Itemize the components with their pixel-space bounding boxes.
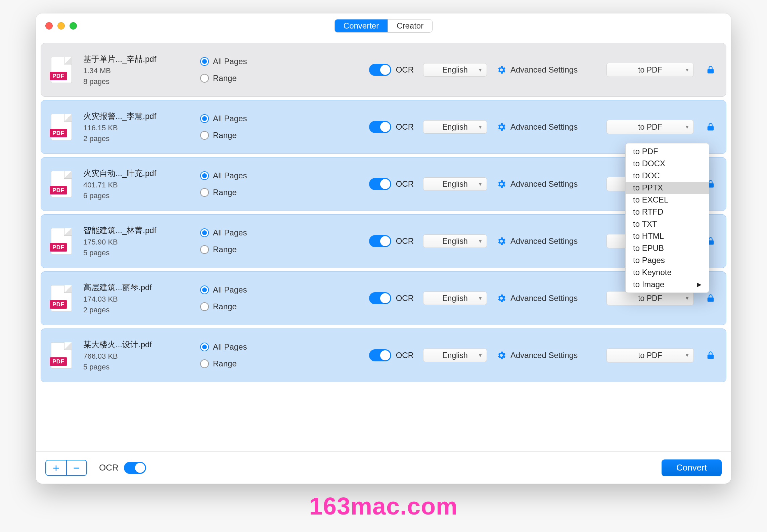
gear-icon (496, 122, 506, 132)
output-format-select[interactable]: to PDF ▼ (606, 63, 694, 77)
zoom-window-button[interactable] (70, 22, 77, 30)
ocr-toggle[interactable] (369, 292, 391, 304)
format-menu-item-label: to RTFD (633, 207, 663, 217)
format-menu-item[interactable]: to Pages (626, 254, 709, 266)
radio-all-pages[interactable]: All Pages (200, 57, 277, 66)
radio-range-label: Range (213, 302, 237, 311)
window-controls (45, 22, 77, 30)
gear-icon (496, 236, 506, 246)
lock-icon[interactable] (703, 293, 718, 303)
remove-file-button[interactable]: − (66, 460, 86, 475)
ocr-toggle[interactable] (369, 178, 391, 190)
app-window: Converter Creator PDF 基于单片..._辛喆.pdf 1.3… (36, 13, 731, 484)
advanced-settings-label: Advanced Settings (510, 236, 578, 246)
ocr-toggle[interactable] (369, 349, 391, 361)
ocr-group: OCR (363, 121, 414, 133)
format-menu-item-label: to PPTX (633, 183, 663, 192)
radio-all-pages[interactable]: All Pages (200, 228, 277, 237)
file-row[interactable]: PDF 高层建筑...丽琴.pdf 174.03 KB 2 pages All … (41, 271, 726, 325)
radio-range-label: Range (213, 74, 237, 83)
radio-all-pages[interactable]: All Pages (200, 342, 277, 352)
radio-all-pages[interactable]: All Pages (200, 114, 277, 123)
ocr-toggle[interactable] (369, 64, 391, 76)
chevron-down-icon: ▼ (478, 353, 483, 358)
chevron-down-icon: ▼ (478, 124, 483, 130)
close-window-button[interactable] (45, 22, 53, 30)
language-select[interactable]: English ▼ (423, 234, 487, 248)
footer-ocr-label: OCR (99, 462, 119, 473)
file-size: 175.90 KB (83, 238, 191, 247)
format-menu-item[interactable]: to EPUB (626, 242, 709, 254)
output-format-select[interactable]: to PDF ▼ (606, 291, 694, 305)
page-range-options: All Pages Range (200, 171, 277, 197)
file-row[interactable]: PDF 火灾报警..._李慧.pdf 116.15 KB 2 pages All… (41, 100, 726, 154)
radio-all-pages[interactable]: All Pages (200, 171, 277, 180)
language-select[interactable]: English ▼ (423, 349, 487, 362)
lock-icon[interactable] (703, 65, 718, 75)
output-format-value: to PDF (638, 123, 662, 132)
lock-icon[interactable] (703, 350, 718, 360)
format-menu-item[interactable]: to RTFD (626, 206, 709, 218)
ocr-toggle[interactable] (369, 235, 391, 247)
format-menu-item[interactable]: to DOC (626, 170, 709, 182)
language-select-value: English (442, 294, 467, 303)
radio-range[interactable]: Range (200, 74, 277, 83)
page-range-options: All Pages Range (200, 114, 277, 140)
advanced-settings-label: Advanced Settings (510, 351, 578, 360)
radio-range[interactable]: Range (200, 245, 277, 254)
file-meta: 高层建筑...丽琴.pdf 174.03 KB 2 pages (83, 282, 191, 314)
language-select[interactable]: English ▼ (423, 63, 487, 77)
advanced-settings[interactable]: Advanced Settings (496, 65, 597, 75)
lock-icon[interactable] (703, 122, 718, 132)
file-type-icon: PDF (49, 57, 74, 83)
add-file-button[interactable]: + (46, 460, 66, 475)
file-row[interactable]: PDF 火灾自动..._叶充.pdf 401.71 KB 6 pages All… (41, 157, 726, 211)
tab-converter[interactable]: Converter (335, 19, 388, 32)
language-select[interactable]: English ▼ (423, 120, 487, 134)
radio-range[interactable]: Range (200, 302, 277, 311)
page-range-options: All Pages Range (200, 228, 277, 254)
radio-range-label: Range (213, 131, 237, 140)
advanced-settings[interactable]: Advanced Settings (496, 122, 597, 132)
radio-range[interactable]: Range (200, 359, 277, 368)
footer-ocr-toggle[interactable] (124, 462, 146, 474)
file-row[interactable]: PDF 基于单片..._辛喆.pdf 1.34 MB 8 pages All P… (41, 43, 726, 97)
tab-creator[interactable]: Creator (388, 19, 432, 32)
language-select[interactable]: English ▼ (423, 177, 487, 191)
file-row[interactable]: PDF 某大楼火...设计.pdf 766.03 KB 5 pages All … (41, 328, 726, 382)
radio-range[interactable]: Range (200, 131, 277, 140)
format-menu-item[interactable]: to HTML (626, 230, 709, 242)
file-name: 基于单片..._辛喆.pdf (83, 54, 191, 64)
output-format-value: to PDF (638, 351, 662, 360)
format-menu-item[interactable]: to EXCEL (626, 194, 709, 206)
convert-button[interactable]: Convert (662, 459, 722, 476)
file-row[interactable]: PDF 智能建筑..._林菁.pdf 175.90 KB 5 pages All… (41, 214, 726, 268)
format-menu-item[interactable]: to Image▶ (626, 278, 709, 291)
advanced-settings[interactable]: Advanced Settings (496, 236, 597, 246)
advanced-settings[interactable]: Advanced Settings (496, 350, 597, 360)
format-menu-item-label: to EXCEL (633, 195, 668, 205)
radio-all-pages[interactable]: All Pages (200, 285, 277, 295)
file-pages: 6 pages (83, 191, 191, 200)
output-format-select[interactable]: to PDF ▼ (606, 120, 694, 134)
format-menu-item[interactable]: to DOCX (626, 158, 709, 170)
chevron-down-icon: ▼ (685, 124, 689, 130)
ocr-toggle[interactable] (369, 121, 391, 133)
advanced-settings[interactable]: Advanced Settings (496, 293, 597, 303)
language-select[interactable]: English ▼ (423, 292, 487, 305)
radio-range[interactable]: Range (200, 188, 277, 197)
file-type-icon: PDF (49, 228, 74, 254)
minimize-window-button[interactable] (57, 22, 65, 30)
format-menu-item[interactable]: to TXT (626, 218, 709, 230)
advanced-settings[interactable]: Advanced Settings (496, 179, 597, 189)
file-pages: 2 pages (83, 134, 191, 143)
format-menu-item[interactable]: to PPTX (626, 182, 709, 194)
advanced-settings-label: Advanced Settings (510, 179, 578, 189)
format-menu-item[interactable]: to Keynote (626, 266, 709, 278)
title-bar: Converter Creator (36, 13, 731, 38)
ocr-group: OCR (363, 235, 414, 247)
file-type-icon: PDF (49, 171, 74, 197)
file-meta: 火灾报警..._李慧.pdf 116.15 KB 2 pages (83, 111, 191, 143)
output-format-select[interactable]: to PDF ▼ (606, 348, 694, 362)
format-menu-item[interactable]: to PDF (626, 145, 709, 158)
